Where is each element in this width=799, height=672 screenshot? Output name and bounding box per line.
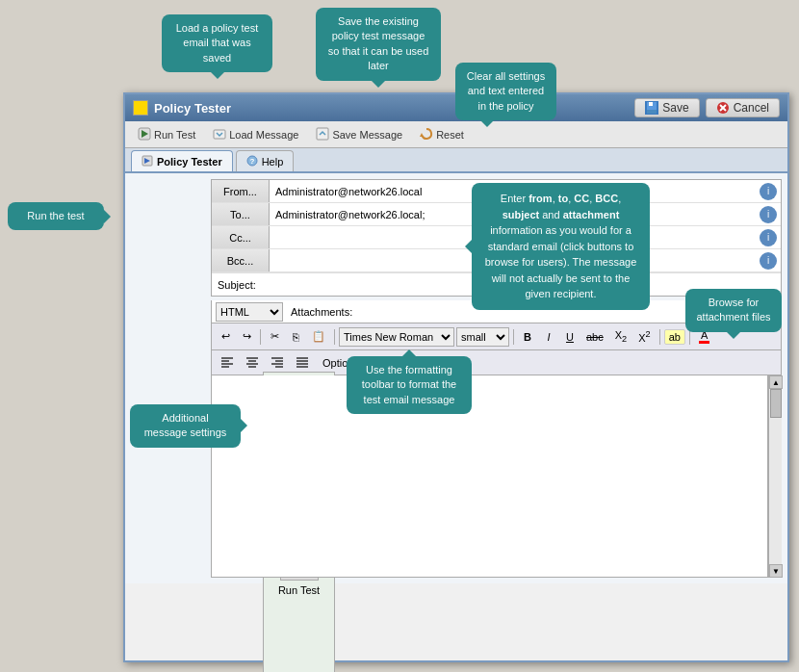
policy-tester-icon (142, 155, 153, 168)
editor-wrapper: ▲ ▼ (211, 375, 782, 578)
svg-text:?: ? (249, 157, 254, 166)
superscript-button[interactable]: X2 (633, 327, 655, 346)
tooltip-load-message: Load a policy test email that was saved (162, 14, 272, 72)
align-center-button[interactable] (241, 354, 264, 372)
separator-2 (334, 329, 335, 345)
run-test-button-label: Run Test (278, 584, 320, 596)
help-icon: ? (246, 155, 258, 168)
scrollbar-up-arrow[interactable]: ▲ (769, 375, 783, 389)
tooltip-email-info: Enter from, to, CC, BCC, subject and att… (472, 183, 650, 310)
attachments-label: Attachments: (287, 306, 352, 318)
tooltip-clear-settings: Clear all settings and text entered in t… (455, 63, 556, 120)
cc-info-icon[interactable]: i (760, 229, 777, 246)
to-info-icon[interactable]: i (760, 206, 777, 223)
separator-3 (513, 329, 514, 345)
save-button[interactable]: Save (634, 98, 699, 117)
run-test-icon (138, 127, 151, 142)
save-icon (645, 101, 658, 115)
reset-button[interactable]: Reset (413, 124, 471, 145)
save-message-button[interactable]: Save Message (309, 124, 409, 145)
tooltip-browse-attach: Browse for attachment files (685, 289, 782, 332)
scrollbar-thumb[interactable] (770, 389, 782, 418)
justify-button[interactable] (291, 354, 314, 372)
subscript-button[interactable]: X2 (610, 327, 631, 346)
tooltip-save-message: Save the existing policy test message so… (316, 8, 441, 81)
cancel-icon (716, 101, 730, 115)
cut-button[interactable]: ✂ (265, 328, 284, 345)
save-label: Save (662, 101, 688, 115)
vertical-scrollbar[interactable]: ▲ ▼ (768, 375, 782, 578)
svg-rect-2 (647, 110, 657, 114)
svg-marker-10 (420, 133, 424, 137)
load-message-button[interactable]: Load Message (206, 124, 305, 145)
tooltip-additional-message: Additional message settings (130, 404, 241, 448)
from-button[interactable]: From... (212, 180, 270, 202)
size-select[interactable]: small medium large x-large (456, 327, 509, 347)
paste-button[interactable]: 📋 (307, 328, 330, 345)
from-info-icon[interactable]: i (760, 183, 777, 200)
italic-button[interactable]: I (539, 329, 558, 345)
editor-content[interactable] (212, 375, 767, 568)
tab-help[interactable]: ? Help (236, 150, 295, 171)
bcc-info-icon[interactable]: i (760, 252, 777, 270)
window-title: Policy Tester (154, 101, 231, 116)
cc-button[interactable]: Cc... (212, 226, 270, 248)
title-bar-buttons: Save Cancel (634, 98, 780, 117)
toolbar: Run Test Load Message Save Message Reset (125, 121, 787, 148)
align-right-button[interactable] (266, 354, 289, 372)
run-test-toolbar-button[interactable]: Run Test (131, 124, 202, 145)
cancel-label: Cancel (734, 101, 769, 115)
redo-button[interactable]: ↪ (237, 328, 256, 345)
tab-policy-tester-label: Policy Tester (157, 156, 222, 168)
separator-4 (659, 329, 660, 345)
tab-help-label: Help (262, 156, 284, 168)
svg-rect-9 (317, 128, 328, 140)
underline-button[interactable]: U (560, 329, 580, 345)
reset-icon (420, 127, 433, 142)
separator-1 (260, 329, 261, 345)
svg-rect-1 (649, 102, 653, 106)
cancel-button[interactable]: Cancel (706, 98, 780, 117)
save-message-icon (316, 127, 329, 142)
tab-policy-tester[interactable]: Policy Tester (131, 150, 233, 171)
undo-button[interactable]: ↩ (216, 328, 235, 345)
title-bar-left: Policy Tester (133, 100, 231, 116)
align-left-button[interactable] (216, 354, 239, 372)
format-select[interactable]: HTML Plain Text (216, 302, 283, 322)
save-message-label: Save Message (332, 129, 402, 141)
bold-button[interactable]: B (518, 329, 537, 345)
strikethrough-button[interactable]: abc (581, 329, 608, 345)
reset-label: Reset (436, 129, 464, 141)
highlight-button[interactable]: ab (664, 329, 685, 345)
editor-area[interactable] (211, 375, 768, 578)
copy-button[interactable]: ⎘ (286, 329, 305, 345)
bcc-button[interactable]: Bcc... (212, 249, 270, 271)
load-message-icon (213, 127, 226, 142)
font-select[interactable]: Times New Roman Arial Verdana (339, 327, 454, 347)
tabs-bar: Policy Tester ? Help (125, 148, 787, 173)
run-test-label: Run Test (154, 129, 195, 141)
app-icon (133, 100, 148, 116)
tooltip-format-toolbar: Use the formatting toolbar to format the… (347, 356, 472, 414)
svg-rect-8 (214, 130, 225, 139)
scrollbar-down-arrow[interactable]: ▼ (769, 564, 783, 578)
tooltip-run-test: Run the test (8, 202, 104, 230)
to-button[interactable]: To... (212, 203, 270, 225)
load-message-label: Load Message (229, 129, 298, 141)
subject-label: Subject: (218, 279, 270, 291)
